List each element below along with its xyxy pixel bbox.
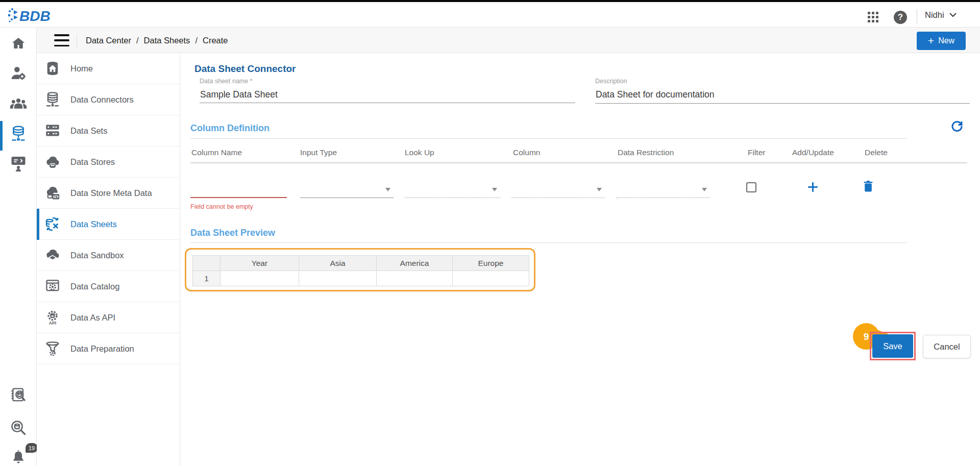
notification-badge: 19 <box>26 443 38 453</box>
preview-header-row: Year Asia America Europe <box>193 256 529 271</box>
column-dropdown[interactable] <box>511 180 605 198</box>
sidebar-item-data-connectors[interactable]: Data Connectors <box>37 84 180 115</box>
chevron-down-icon <box>385 188 390 191</box>
column-name-input[interactable] <box>190 197 287 198</box>
chevron-down-icon <box>949 13 957 17</box>
refresh-icon[interactable] <box>950 119 964 133</box>
breadcrumb-item-create: Create <box>203 36 228 45</box>
database-connector-icon <box>43 90 62 109</box>
api-gear-icon: API <box>43 308 62 327</box>
preview-cell[interactable] <box>453 271 529 286</box>
preview-cell[interactable] <box>220 271 299 286</box>
description-label: Description <box>595 78 627 85</box>
sidebar-item-data-catalog[interactable]: Data Catalog <box>37 271 180 302</box>
section-divider <box>190 242 907 243</box>
step-number: 9 <box>864 331 869 342</box>
column-header-input-type: Input Type <box>300 148 337 157</box>
column-header-look-up: Look Up <box>405 148 434 157</box>
server-racks-icon <box>43 121 62 140</box>
breadcrumb-item-data-sheets[interactable]: Data Sheets <box>144 36 190 45</box>
description-value[interactable]: Data Sheet for documentation <box>596 89 715 100</box>
section-title-column-definition: Column Definition <box>190 123 270 134</box>
section-title-preview: Data Sheet Preview <box>190 228 275 238</box>
survey-monitor-icon[interactable] <box>9 154 28 173</box>
breadcrumb-bar: Data Center / Data Sheets / Create + New <box>37 28 980 53</box>
sidebar-item-data-preparation[interactable]: Data Preparation <box>37 333 180 364</box>
menu-toggle-button[interactable] <box>54 34 69 46</box>
filter-checkbox[interactable] <box>746 182 756 192</box>
brand-logo[interactable]: BDB <box>7 6 63 24</box>
catalog-gear-icon <box>43 277 62 296</box>
data-center-icon[interactable] <box>9 124 28 143</box>
sidebar-item-label: Data As API <box>70 313 115 323</box>
column-header-column-name: Column Name <box>191 148 242 157</box>
sidebar-item-label: Data Preparation <box>70 344 134 354</box>
save-button[interactable]: Save <box>872 334 913 358</box>
validation-error: Field cannot be empty <box>190 203 253 210</box>
breadcrumb-item-data-center[interactable]: Data Center <box>86 36 131 45</box>
input-type-dropdown[interactable] <box>300 180 394 198</box>
look-up-dropdown[interactable] <box>405 180 500 198</box>
sidebar-item-label: Data Store Meta Data <box>70 188 152 198</box>
sidebar-item-data-stores[interactable]: Data Stores <box>37 146 180 178</box>
preview-data-row: 1 <box>193 271 529 286</box>
icon-rail: 19 <box>0 28 37 466</box>
new-button-label: New <box>938 36 954 45</box>
preview-table: Year Asia America Europe 1 <box>192 255 529 286</box>
home-icon[interactable] <box>9 34 28 53</box>
column-header-add-update: Add/Update <box>792 148 834 157</box>
sidebar-item-data-sets[interactable]: Data Sets <box>37 115 180 146</box>
help-icon[interactable]: ? <box>894 11 907 24</box>
cloud-metadata-icon <box>43 184 62 202</box>
api-icon-label: API <box>49 321 56 326</box>
sidebar-item-label: Data Connectors <box>70 95 134 105</box>
breadcrumb-separator: / <box>136 36 139 45</box>
sidebar-item-home[interactable]: Home <box>37 53 180 84</box>
preview-cell[interactable] <box>377 271 453 286</box>
sidebar-item-label: Data Stores <box>70 157 115 167</box>
section-divider <box>190 138 907 139</box>
user-groups-icon[interactable] <box>9 95 28 114</box>
sidebar-item-data-sheets[interactable]: Data Sheets <box>37 209 180 240</box>
preview-header-index <box>193 256 220 271</box>
cancel-button[interactable]: Cancel <box>923 335 971 358</box>
data-sheets-icon <box>43 215 62 233</box>
plus-icon: + <box>928 35 934 46</box>
notifications-bell-icon[interactable]: 19 <box>9 447 28 466</box>
database-home-icon <box>43 59 62 78</box>
sidebar-item-label: Data Sets <box>70 126 107 136</box>
app-window: BDB ? Nidhi Data Center / Data Sheets / … <box>0 0 980 466</box>
sidebar-item-data-sandbox[interactable]: Data Sandbox <box>37 240 180 271</box>
user-settings-icon[interactable] <box>9 63 28 83</box>
datasheet-name-label: Data sheet name * <box>200 78 253 85</box>
datasheet-name-value[interactable]: Sample Data Sheet <box>200 89 278 100</box>
preview-header-cell: America <box>377 256 453 271</box>
column-header-column: Column <box>513 148 540 157</box>
user-menu[interactable]: Nidhi <box>925 2 957 28</box>
breadcrumb: Data Center / Data Sheets / Create <box>86 28 228 53</box>
delete-trash-icon[interactable] <box>863 180 874 193</box>
sidebar-item-label: Home <box>70 64 93 73</box>
new-button[interactable]: + New <box>917 32 966 50</box>
section-title-connector: Data Sheet Connector <box>194 63 296 75</box>
preview-header-cell: Europe <box>453 256 529 271</box>
data-audit-icon[interactable] <box>9 386 28 405</box>
preview-header-cell: Year <box>220 256 299 271</box>
cloud-database-icon <box>43 153 62 171</box>
data-search-icon[interactable] <box>9 418 28 437</box>
data-restriction-dropdown[interactable] <box>616 180 710 198</box>
brand-logo-text: BDB <box>19 8 51 24</box>
sidebar-item-data-store-meta-data[interactable]: Data Store Meta Data <box>37 178 180 209</box>
top-bar: BDB ? Nidhi <box>0 2 980 28</box>
preview-header-cell: Asia <box>299 256 377 271</box>
add-update-button[interactable] <box>807 182 818 192</box>
sidebar: Home Data Connectors Data Sets Data Stor… <box>37 53 180 466</box>
topbar-divider <box>917 9 917 23</box>
apps-grid-icon[interactable] <box>868 12 879 23</box>
selected-rail-indicator <box>0 121 3 151</box>
sidebar-item-label: Data Sandbox <box>70 251 124 260</box>
breadcrumb-divider <box>77 34 77 47</box>
preview-cell[interactable] <box>299 271 377 286</box>
sidebar-item-data-as-api[interactable]: API Data As API <box>37 302 180 333</box>
cloud-sandbox-icon <box>43 246 62 264</box>
